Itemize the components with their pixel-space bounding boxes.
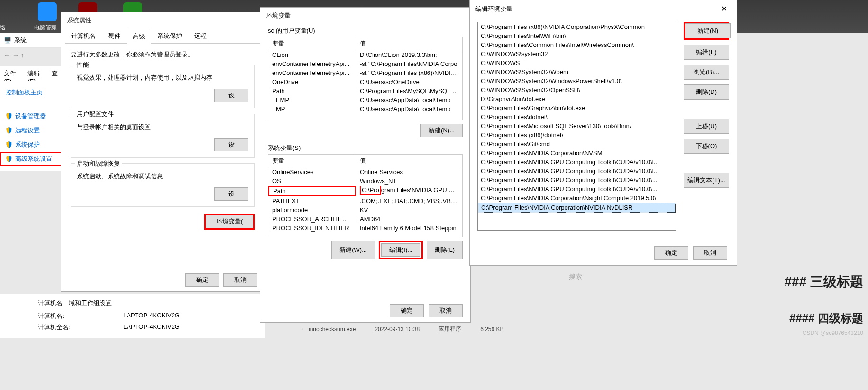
file-row[interactable]: ▫️innochecksum.exe 2022-09-13 10:38 应用程序… <box>299 325 504 333</box>
cancel-button[interactable]: 取消 <box>693 246 727 260</box>
environment-variables-button[interactable]: 环境变量( <box>206 215 253 228</box>
file-date: 2022-09-13 10:38 <box>375 326 420 333</box>
table-row[interactable]: PROCESSOR_ARCHITECTUREAMD64 <box>268 214 462 223</box>
table-row[interactable]: PathC:\Program Files\NVIDIA GPU Comp <box>268 186 462 196</box>
table-row[interactable]: OSWindows_NT <box>268 176 462 186</box>
table-row[interactable]: PATHEXT.COM;.EXE;.BAT;.CMD;.VBS;.VBE;.JS… <box>268 196 462 205</box>
delete-button[interactable]: 删除(L) <box>427 241 463 259</box>
advanced-system-settings-link[interactable]: 高级系统设置 <box>0 152 62 166</box>
startup-recovery-group: 启动和故障恢复 系统启动、系统故障和调试信息 设 <box>71 163 255 207</box>
user-vars-table[interactable]: 变量 值 CLionD:\Clion\CLion 2019.3.3\bin;en… <box>268 37 463 120</box>
table-row[interactable]: PathC:\Program Files\MySQL\MySQL Sh <box>268 86 462 95</box>
list-item[interactable]: C:\Program Files\Git\cmd <box>478 139 676 149</box>
group-legend: 用户配置文件 <box>75 110 116 119</box>
tab-system-protection[interactable]: 系统保护 <box>151 28 188 43</box>
list-item[interactable]: C:\WINDOWS\System32\OpenSSH\ <box>478 85 676 94</box>
var-value: C:\Program Files\NVIDIA GPU Comp <box>356 186 462 196</box>
list-item[interactable]: C:\Program Files (x86)\NVIDIA Corporatio… <box>478 22 676 31</box>
list-item[interactable]: C:\Program Files\NVIDIA Corporation\NVSM… <box>478 149 676 158</box>
list-item[interactable]: C:\Program Files (x86)\dotnet\ <box>478 130 676 139</box>
system-protection-link[interactable]: 系统保护 <box>0 138 62 152</box>
list-item[interactable]: C:\WINDOWS\System32\WindowsPowerShell\v1… <box>478 76 676 85</box>
markdown-h3: ### 三级标题 <box>785 273 864 291</box>
list-item[interactable]: C:\Program Files\NVIDIA GPU Computing To… <box>478 167 676 176</box>
new-button[interactable]: 新建(N) <box>685 23 731 38</box>
settings-button[interactable]: 设 <box>214 89 248 102</box>
file-type: 应用程序 <box>439 325 461 333</box>
col-value[interactable]: 值 <box>356 37 370 50</box>
group-legend: 启动和故障恢复 <box>75 159 122 168</box>
list-item[interactable]: C:\Program Files\Graphviz\bin\dot.exe <box>478 103 676 112</box>
var-value: -st "C:\Program Files\NVIDIA Corpo <box>356 60 462 68</box>
dialog-title: 系统属性 <box>61 12 264 28</box>
table-row[interactable]: envContainerTelemetryApi...-st "C:\Progr… <box>268 59 462 68</box>
performance-group: 性能 视觉效果，处理器计划，内存使用，以及虚拟内存 设 <box>71 65 255 108</box>
list-item[interactable]: C:\Program Files\Intel\WiFi\bin\ <box>478 31 676 40</box>
browse-button[interactable]: 浏览(B)... <box>684 65 729 80</box>
list-item[interactable]: C:\Program Files\Common Files\Intel\Wire… <box>478 40 676 49</box>
system-vars-label: 系统变量(S) <box>260 141 470 154</box>
list-item[interactable]: C:\Program Files\Microsoft SQL Server\13… <box>478 121 676 130</box>
list-item[interactable]: C:\Program Files\NVIDIA GPU Computing To… <box>478 185 676 194</box>
settings-button[interactable]: 设 <box>214 187 248 201</box>
tab-remote[interactable]: 远程 <box>188 28 213 43</box>
path-listbox[interactable]: C:\Program Files (x86)\NVIDIA Corporatio… <box>477 22 676 231</box>
table-row[interactable]: TEMPC:\Users\sc\AppData\Local\Temp <box>268 95 462 104</box>
table-row[interactable]: envContainerTelemetryApi...-st "C:\Progr… <box>268 68 462 77</box>
edit-text-button[interactable]: 编辑文本(T)... <box>684 173 729 188</box>
csdn-watermark: CSDN @sc9876543210 <box>803 330 863 336</box>
delete-button[interactable]: 删除(D) <box>684 84 729 100</box>
col-variable[interactable]: 变量 <box>268 155 356 167</box>
table-row[interactable]: OnlineServicesOnline Services <box>268 167 462 176</box>
var-name: PROCESSOR_IDENTIFIER <box>268 224 356 232</box>
left-nav: 控制面板主页 设备管理器 远程设置 系统保护 高级系统设置 <box>0 81 62 171</box>
file-name: innochecksum.exe <box>309 326 356 333</box>
nav-arrows[interactable]: ← → ↑ <box>0 47 62 63</box>
move-down-button[interactable]: 下移(O) <box>684 139 729 154</box>
table-row[interactable]: platformcodeKV <box>268 205 462 214</box>
remote-settings-link[interactable]: 远程设置 <box>0 123 62 138</box>
search-placeholder[interactable]: 搜索 <box>569 273 582 281</box>
list-item[interactable]: C:\WINDOWS <box>478 58 676 67</box>
cancel-button[interactable]: 取消 <box>223 273 257 287</box>
var-value: Windows_NT <box>356 177 462 185</box>
list-item[interactable]: C:\Program Files\NVIDIA Corporation\Nsig… <box>478 194 676 203</box>
tab-computer-name[interactable]: 计算机名 <box>65 28 102 43</box>
table-row[interactable]: CLionD:\Clion\CLion 2019.3.3\bin; <box>268 50 462 59</box>
cancel-button[interactable]: 取消 <box>429 304 463 317</box>
col-value[interactable]: 值 <box>356 155 370 167</box>
new-button[interactable]: 新建(W)... <box>331 241 375 259</box>
list-item[interactable]: C:\WINDOWS\System32\Wbem <box>478 67 676 76</box>
tab-advanced[interactable]: 高级 <box>127 29 151 44</box>
system-properties-dialog: 系统属性 计算机名 硬件 高级 系统保护 远程 要进行大多数更改，你必须作为管理… <box>61 12 265 292</box>
var-name: Path <box>268 186 356 196</box>
admin-note: 要进行大多数更改，你必须作为管理员登录。 <box>71 50 255 59</box>
ok-button[interactable]: 确定 <box>185 273 219 287</box>
device-manager-link[interactable]: 设备管理器 <box>0 109 62 123</box>
list-item[interactable]: C:\Program Files\NVIDIA GPU Computing To… <box>478 176 676 185</box>
settings-button[interactable]: 设 <box>214 138 248 151</box>
list-item[interactable]: C:\Program Files\NVIDIA Corporation\NVID… <box>478 203 676 213</box>
col-variable[interactable]: 变量 <box>268 37 356 50</box>
move-up-button[interactable]: 上移(U) <box>684 119 729 134</box>
var-name: OneDrive <box>268 78 356 86</box>
control-panel-home[interactable]: 控制面板主页 <box>0 85 62 100</box>
ok-button[interactable]: 确定 <box>390 304 424 317</box>
close-icon[interactable]: ✕ <box>717 4 731 13</box>
list-item[interactable]: C:\Program Files\dotnet\ <box>478 112 676 121</box>
group-desc: 与登录帐户相关的桌面设置 <box>77 123 248 131</box>
tab-hardware[interactable]: 硬件 <box>102 28 127 43</box>
desktop-icon[interactable] <box>38 2 57 21</box>
ok-button[interactable]: 确定 <box>654 246 688 260</box>
new-button[interactable]: 新建(N)... <box>420 124 463 137</box>
table-row[interactable]: PROCESSOR_IDENTIFIERIntel64 Family 6 Mod… <box>268 223 462 232</box>
system-vars-table[interactable]: 变量 值 OnlineServicesOnline ServicesOSWind… <box>268 154 463 237</box>
var-name: CLion <box>268 51 356 59</box>
edit-button[interactable]: 编辑(I)... <box>381 243 420 257</box>
edit-button[interactable]: 编辑(E) <box>684 45 729 60</box>
table-row[interactable]: TMPC:\Users\sc\AppData\Local\Temp <box>268 104 462 113</box>
table-row[interactable]: OneDriveC:\Users\sc\OneDrive <box>268 77 462 86</box>
list-item[interactable]: C:\WINDOWS\system32 <box>478 49 676 58</box>
list-item[interactable]: D:\Graphviz\bin\dot.exe <box>478 94 676 103</box>
list-item[interactable]: C:\Program Files\NVIDIA GPU Computing To… <box>478 158 676 167</box>
